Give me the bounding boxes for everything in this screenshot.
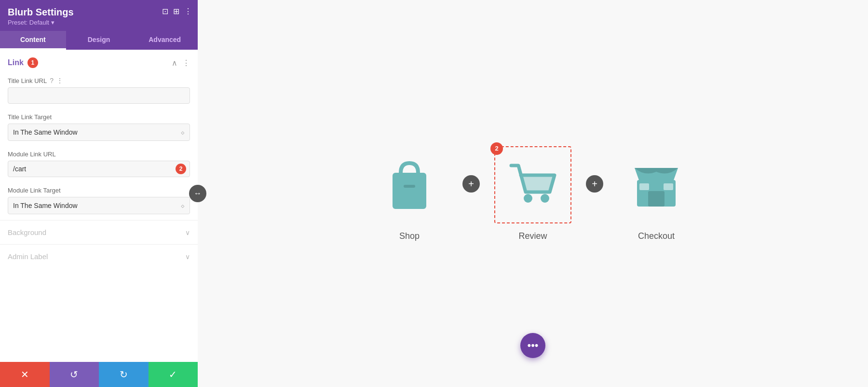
blurb-item-review: 2 Review	[494, 146, 571, 241]
title-link-target-select-wrap: In The Same Window In The New Tab	[8, 124, 190, 141]
module-link-target-select[interactable]: In The Same Window In The New Tab	[8, 197, 190, 214]
title-link-help-icon[interactable]: ?	[50, 77, 54, 84]
module-link-url-input[interactable]	[8, 161, 190, 177]
review-badge: 2	[490, 142, 503, 155]
blurb-item-checkout: Checkout	[618, 146, 695, 241]
main-content: Shop + 2 Review +	[198, 0, 868, 387]
tab-content[interactable]: Content	[0, 31, 66, 50]
tab-advanced[interactable]: Advanced	[132, 31, 198, 50]
title-link-url-label: Title Link URL ? ⋮	[8, 77, 190, 84]
review-icon	[506, 158, 559, 211]
blurb-box-shop[interactable]	[371, 146, 448, 223]
add-button-1[interactable]: +	[462, 175, 480, 193]
svg-rect-6	[639, 183, 649, 190]
module-link-target-label: Module Link Target	[8, 187, 190, 194]
minimize-icon[interactable]: ⊡	[162, 7, 168, 16]
link-badge: 1	[27, 57, 38, 68]
grid-icon[interactable]: ⊞	[173, 7, 179, 16]
resize-handle[interactable]: ↔	[189, 185, 206, 202]
blurb-row: Shop + 2 Review +	[371, 146, 695, 241]
add-button-2[interactable]: +	[586, 175, 603, 193]
link-section-title: Link 1	[8, 57, 38, 68]
shop-icon	[385, 158, 434, 211]
sidebar-tabs: Content Design Advanced	[0, 31, 198, 50]
blurb-box-checkout[interactable]	[618, 146, 695, 223]
sidebar-header-icons: ⊡ ⊞ ⋮	[162, 7, 192, 16]
sidebar-content: Link 1 ∧ ⋮ Title Link URL ? ⋮ Title Link…	[0, 50, 198, 362]
cancel-button[interactable]: ✕	[0, 362, 50, 387]
title-link-target-select[interactable]: In The Same Window In The New Tab	[8, 124, 190, 141]
admin-label-label: Admin Label	[8, 252, 48, 261]
sidebar-preset[interactable]: Preset: Default ▾	[8, 19, 190, 26]
admin-label-section[interactable]: Admin Label ∨	[0, 244, 198, 268]
svg-point-3	[541, 194, 549, 203]
module-link-target-group: Module Link Target In The Same Window In…	[0, 183, 198, 220]
blurb-label-checkout: Checkout	[638, 231, 675, 241]
title-link-target-group: Title Link Target In The Same Window In …	[0, 110, 198, 147]
module-link-url-group: Module Link URL 2	[0, 147, 198, 183]
module-link-target-select-wrap: In The Same Window In The New Tab	[8, 197, 190, 214]
svg-point-2	[524, 194, 532, 203]
svg-rect-7	[664, 183, 673, 190]
checkout-icon	[630, 158, 683, 211]
sidebar-bottom: ✕ ↺ ↻ ✓	[0, 362, 198, 387]
background-section[interactable]: Background ∨	[0, 220, 198, 244]
title-link-dots-icon[interactable]: ⋮	[56, 77, 63, 84]
fab-button[interactable]: •••	[520, 333, 545, 358]
link-section-header: Link 1 ∧ ⋮	[0, 50, 198, 73]
module-link-url-input-wrap: 2	[8, 161, 190, 177]
svg-rect-0	[393, 173, 426, 209]
module-link-url-label: Module Link URL	[8, 151, 190, 158]
undo-button[interactable]: ↺	[50, 362, 99, 387]
blurb-item-shop: Shop	[371, 146, 448, 241]
blurb-label-review: Review	[518, 231, 547, 241]
link-collapse-icon[interactable]: ∧	[172, 58, 177, 68]
tab-design[interactable]: Design	[66, 31, 132, 50]
background-chevron-icon: ∨	[185, 229, 190, 236]
module-link-url-badge: 2	[176, 164, 186, 174]
admin-label-chevron-icon: ∨	[185, 253, 190, 261]
title-link-target-label: Title Link Target	[8, 113, 190, 121]
save-button[interactable]: ✓	[149, 362, 198, 387]
sidebar-header: Blurb Settings Preset: Default ▾ ⊡ ⊞ ⋮	[0, 0, 198, 31]
background-label: Background	[8, 228, 46, 236]
svg-rect-1	[404, 185, 415, 188]
title-link-url-input[interactable]	[8, 87, 190, 104]
link-more-icon[interactable]: ⋮	[182, 58, 190, 68]
svg-rect-5	[648, 191, 665, 207]
blurb-box-review[interactable]	[494, 146, 571, 223]
title-link-url-group: Title Link URL ? ⋮	[0, 73, 198, 110]
redo-button[interactable]: ↻	[99, 362, 149, 387]
link-section-icons: ∧ ⋮	[172, 58, 190, 68]
blurb-label-shop: Shop	[399, 231, 420, 241]
more-icon[interactable]: ⋮	[184, 7, 192, 16]
sidebar: Blurb Settings Preset: Default ▾ ⊡ ⊞ ⋮ C…	[0, 0, 198, 387]
